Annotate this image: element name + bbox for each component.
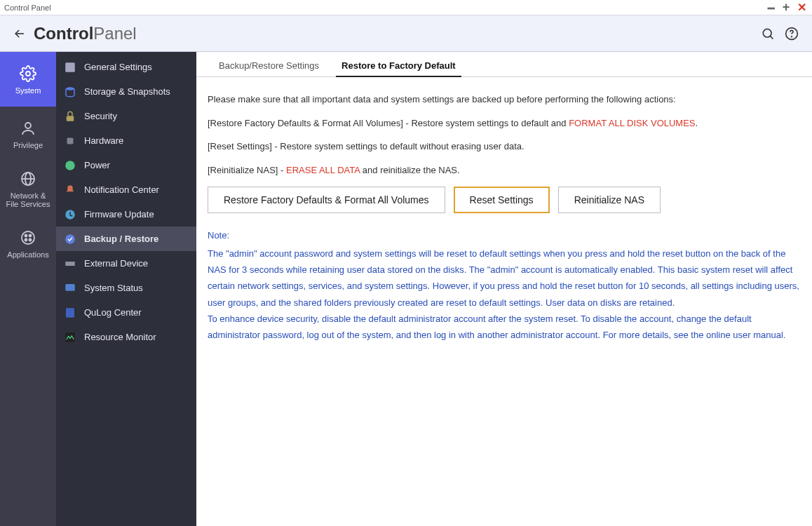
app-header: ControlPanel bbox=[0, 15, 812, 52]
close-icon[interactable]: ✕ bbox=[795, 1, 808, 14]
line-reset: [Reset Settings] - Restore system settin… bbox=[208, 140, 801, 154]
window-titlebar: Control Panel ‒ + ✕ bbox=[0, 0, 812, 15]
sidebar-item-firmware[interactable]: Firmware Update bbox=[56, 202, 196, 227]
sidebar-item-storage[interactable]: Storage & Snapshots bbox=[56, 79, 196, 104]
sidebar-item-label: Firmware Update bbox=[84, 209, 154, 220]
svg-rect-22 bbox=[65, 332, 75, 342]
svg-rect-19 bbox=[65, 262, 75, 266]
sidebar-item-label: Hardware bbox=[84, 135, 123, 146]
sidebar: General Settings Storage & Snapshots Sec… bbox=[56, 52, 196, 526]
log-icon bbox=[63, 306, 77, 320]
backup-icon bbox=[63, 232, 77, 246]
svg-point-10 bbox=[25, 238, 27, 241]
sidebar-item-hardware[interactable]: Hardware bbox=[56, 128, 196, 153]
drive-icon bbox=[63, 257, 77, 271]
bell-icon bbox=[63, 183, 77, 197]
sidebar-item-notification[interactable]: Notification Center bbox=[56, 177, 196, 202]
help-button[interactable] bbox=[781, 23, 802, 44]
svg-rect-20 bbox=[65, 284, 75, 291]
minimize-icon[interactable]: ‒ bbox=[764, 1, 777, 14]
app-title: ControlPanel bbox=[34, 24, 137, 43]
svg-point-3 bbox=[26, 72, 30, 76]
sidebar-item-label: Resource Monitor bbox=[84, 332, 156, 342]
lock-icon bbox=[63, 109, 77, 123]
reinit-nas-button[interactable]: Reinitialize NAS bbox=[558, 187, 661, 213]
settings-icon bbox=[63, 60, 77, 74]
action-buttons: Restore Factory Defaults & Format All Vo… bbox=[208, 187, 801, 213]
gear-icon bbox=[18, 64, 38, 83]
sidebar-item-external[interactable]: External Device bbox=[56, 251, 196, 276]
sidebar-item-label: External Device bbox=[84, 258, 148, 269]
tab-bar: Backup/Restore Settings Restore to Facto… bbox=[196, 52, 812, 77]
rail-privilege[interactable]: Privilege bbox=[0, 107, 56, 161]
tab-restore-factory[interactable]: Restore to Factory Default bbox=[330, 55, 467, 76]
svg-point-4 bbox=[25, 123, 31, 128]
svg-point-8 bbox=[25, 234, 27, 236]
warn-text: ERASE ALL DATA bbox=[286, 165, 360, 175]
user-icon bbox=[18, 119, 38, 138]
note-paragraph: The "admin" account password and system … bbox=[208, 245, 801, 311]
svg-rect-14 bbox=[67, 116, 74, 121]
warn-text: FORMAT ALL DISK VOLUMES bbox=[569, 118, 695, 128]
sidebar-item-qulog[interactable]: QuLog Center bbox=[56, 300, 196, 325]
rail-applications[interactable]: Applications bbox=[0, 216, 56, 271]
sidebar-item-label: Notification Center bbox=[84, 184, 159, 195]
line-reinit: [Reinitialize NAS] - ERASE ALL DATA and … bbox=[208, 163, 801, 177]
back-button[interactable] bbox=[10, 24, 29, 43]
content-area: Please make sure that all important data… bbox=[196, 77, 812, 359]
chart-icon bbox=[63, 330, 77, 344]
svg-point-0 bbox=[763, 29, 771, 37]
category-rail: System Privilege Network & File Services… bbox=[0, 52, 56, 526]
sidebar-item-label: Power bbox=[84, 160, 110, 170]
tab-label: Restore to Factory Default bbox=[341, 60, 456, 71]
rail-label: Privilege bbox=[13, 141, 43, 149]
sidebar-item-label: General Settings bbox=[84, 62, 152, 72]
rail-label: System bbox=[15, 86, 41, 95]
rail-label: Network & File Services bbox=[6, 191, 50, 208]
tab-backup-restore-settings[interactable]: Backup/Restore Settings bbox=[208, 55, 330, 76]
update-icon bbox=[63, 208, 77, 222]
svg-point-9 bbox=[29, 234, 32, 236]
app-title-light: Panel bbox=[93, 24, 136, 43]
svg-point-2 bbox=[792, 36, 792, 36]
sidebar-item-resource[interactable]: Resource Monitor bbox=[56, 325, 196, 349]
svg-point-7 bbox=[22, 231, 34, 244]
sidebar-item-power[interactable]: Power bbox=[56, 153, 196, 177]
svg-point-18 bbox=[65, 234, 75, 244]
rail-network[interactable]: Network & File Services bbox=[0, 161, 56, 216]
reset-settings-button[interactable]: Reset Settings bbox=[454, 187, 550, 213]
globe-icon bbox=[18, 169, 38, 189]
sidebar-item-label: Backup / Restore bbox=[84, 234, 158, 244]
svg-point-13 bbox=[66, 87, 74, 90]
sidebar-item-label: QuLog Center bbox=[84, 307, 142, 318]
arrow-left-icon bbox=[13, 27, 27, 41]
sidebar-item-label: Storage & Snapshots bbox=[84, 86, 170, 97]
svg-point-11 bbox=[29, 238, 32, 241]
svg-rect-12 bbox=[65, 62, 75, 72]
sidebar-item-general[interactable]: General Settings bbox=[56, 55, 196, 79]
main-panel: Backup/Restore Settings Restore to Facto… bbox=[196, 52, 812, 526]
chip-icon bbox=[63, 134, 77, 148]
note-paragraph: To enhance device security, disable the … bbox=[208, 311, 801, 344]
restore-format-button[interactable]: Restore Factory Defaults & Format All Vo… bbox=[208, 187, 445, 213]
rail-label: Applications bbox=[7, 250, 48, 259]
svg-rect-21 bbox=[66, 308, 74, 318]
help-icon bbox=[785, 27, 799, 41]
sidebar-item-status[interactable]: System Status bbox=[56, 276, 196, 300]
monitor-icon bbox=[63, 281, 77, 295]
svg-rect-15 bbox=[67, 137, 74, 144]
sidebar-item-label: Security bbox=[84, 111, 117, 121]
sidebar-item-label: System Status bbox=[84, 283, 143, 293]
apps-icon bbox=[18, 228, 38, 248]
power-icon bbox=[63, 159, 77, 173]
maximize-icon[interactable]: + bbox=[780, 1, 792, 14]
app-title-bold: Control bbox=[34, 24, 93, 43]
search-button[interactable] bbox=[757, 23, 778, 44]
note-block: Note: The "admin" account password and s… bbox=[208, 229, 801, 344]
tab-label: Backup/Restore Settings bbox=[219, 60, 319, 71]
line-restore-format: [Restore Factory Defaults & Format All V… bbox=[208, 116, 801, 130]
sidebar-item-security[interactable]: Security bbox=[56, 104, 196, 128]
rail-system[interactable]: System bbox=[0, 52, 56, 107]
sidebar-item-backup[interactable]: Backup / Restore bbox=[56, 227, 196, 251]
storage-icon bbox=[63, 85, 77, 99]
